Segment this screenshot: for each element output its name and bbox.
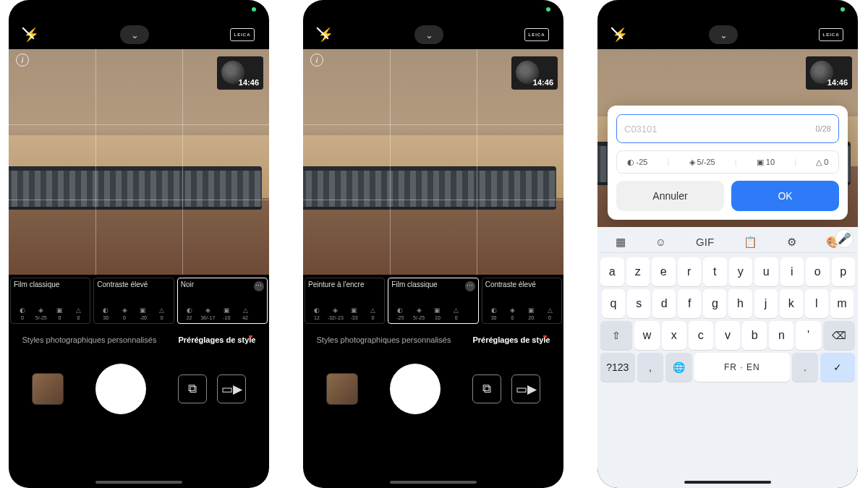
video-mode-button[interactable]: ▭▶ — [217, 374, 246, 403]
leica-badge-icon[interactable]: LEICA — [819, 28, 843, 41]
spacebar[interactable]: FR · EN — [694, 353, 790, 382]
preset-more-icon[interactable]: ⋯ — [254, 281, 264, 291]
keyboard-toolbar-button[interactable]: ⚙ — [787, 236, 796, 249]
key-s[interactable]: s — [627, 289, 650, 318]
preset-title: Noir — [181, 281, 254, 288]
tab-style-presets[interactable]: Préréglages de style — [178, 335, 255, 344]
collapse-toggle[interactable]: ⌄ — [120, 25, 149, 44]
preset-name-input[interactable]: C03101 0/28 — [616, 114, 839, 143]
preset-title: Peinture à l'encre — [308, 281, 381, 288]
key-j[interactable]: j — [754, 289, 778, 318]
leica-badge-icon[interactable]: LEICA — [230, 28, 255, 41]
key-r[interactable]: r — [678, 257, 702, 286]
shutter-row: ⧉ ▭▶ — [303, 353, 563, 425]
camera-viewfinder[interactable]: 14:46 i — [303, 49, 563, 275]
period-key[interactable]: . — [792, 353, 819, 382]
camera-viewfinder[interactable]: 14:46 i — [9, 49, 269, 275]
preset-title: Contraste élevé — [97, 281, 170, 288]
preset-title: Film classique — [14, 281, 87, 288]
key-v[interactable]: v — [715, 321, 740, 350]
key-u[interactable]: u — [754, 257, 778, 286]
lens-switch-button[interactable]: ⧉ — [178, 374, 207, 403]
key-'[interactable]: ' — [796, 321, 820, 350]
key-e[interactable]: e — [652, 257, 676, 286]
leica-badge-icon[interactable]: LEICA — [524, 28, 549, 41]
gallery-thumbnail[interactable] — [326, 373, 358, 405]
preset-more-icon[interactable]: ⋯ — [465, 281, 475, 291]
flash-off-icon[interactable]: ⚡ — [612, 27, 628, 43]
key-o[interactable]: o — [806, 257, 830, 286]
comma-key[interactable]: , — [637, 353, 664, 382]
keyboard-toolbar-button[interactable]: GIF — [696, 236, 714, 248]
preset-card[interactable]: Film classique◐0◈5/-25▣0△0 — [10, 278, 90, 324]
key-y[interactable]: y — [729, 257, 753, 286]
preset-card[interactable]: Peinture à l'encre◐12◈-32/-23▣-33△0 — [305, 278, 385, 324]
key-i[interactable]: i — [780, 257, 804, 286]
info-icon[interactable]: i — [310, 53, 323, 67]
flash-off-icon[interactable]: ⚡ — [23, 27, 39, 43]
key-b[interactable]: b — [742, 321, 767, 350]
preset-name-placeholder: C03101 — [624, 124, 658, 134]
keyboard-toolbar-button[interactable]: ☺ — [655, 236, 666, 248]
tab-custom-styles[interactable]: Styles photographiques personnalisés — [317, 335, 451, 344]
privacy-dot-icon — [841, 7, 845, 12]
symbols-key[interactable]: ?123 — [600, 353, 635, 382]
collapse-toggle[interactable]: ⌄ — [414, 25, 443, 44]
home-indicator[interactable] — [684, 481, 771, 484]
shutter-button[interactable] — [390, 364, 441, 414]
keyboard-row-3: ⇧wxcvbn'⌫ — [600, 321, 855, 350]
ok-button[interactable]: OK — [731, 181, 839, 211]
preset-params-summary: ◐ -25|◈ 5/-25|▣ 10|△ 0 — [616, 150, 839, 174]
keyboard-toolbar-button[interactable]: ▦ — [616, 236, 626, 249]
key-t[interactable]: t — [703, 257, 727, 286]
style-preset-strip: Film classique◐0◈5/-25▣0△0Contraste élev… — [9, 275, 269, 327]
phone-screenshot-3: ⚡ ⌄ LEICA 14:46 C03101 0/28 ◐ -25|◈ 5/-2… — [597, 0, 858, 488]
home-indicator[interactable] — [95, 481, 182, 484]
keyboard-row-4: ?123,🌐FR · EN.✓ — [600, 353, 855, 382]
key-p[interactable]: p — [832, 257, 856, 286]
preset-card[interactable]: Contraste élevé◐30◈0▣20△0 — [482, 278, 562, 324]
key-d[interactable]: d — [652, 289, 676, 318]
key-k[interactable]: k — [780, 289, 803, 318]
key-n[interactable]: n — [769, 321, 793, 350]
camera-viewfinder: 14:46 C03101 0/28 ◐ -25|◈ 5/-25|▣ 10|△ 0… — [597, 49, 858, 227]
home-indicator[interactable] — [390, 481, 477, 484]
key-g[interactable]: g — [703, 289, 726, 318]
preset-card[interactable]: Film classique◐-25◈5/-25▣10△0⋯ — [388, 278, 478, 324]
keyboard-row-1: azertyuiop — [600, 257, 855, 286]
gallery-thumbnail[interactable] — [32, 373, 64, 405]
char-counter: 0/28 — [816, 124, 831, 133]
preset-card[interactable]: Noir◐22◈36/-17▣-10△42⋯ — [177, 278, 268, 324]
save-preset-dialog: C03101 0/28 ◐ -25|◈ 5/-25|▣ 10|△ 0 Annul… — [608, 106, 848, 220]
key-h[interactable]: h — [728, 289, 752, 318]
shift-key[interactable]: ⇧ — [600, 321, 632, 350]
key-q[interactable]: q — [602, 289, 625, 318]
globe-key[interactable]: 🌐 — [665, 353, 692, 382]
info-icon[interactable]: i — [16, 53, 29, 67]
shutter-button[interactable] — [95, 364, 146, 414]
preset-card[interactable]: Contraste élevé◐30◈0▣-20△0 — [93, 278, 174, 324]
mode-tabs: Styles photographiques personnalisés Pré… — [303, 327, 563, 353]
lens-switch-button[interactable]: ⧉ — [472, 374, 501, 403]
tab-custom-styles[interactable]: Styles photographiques personnalisés — [22, 335, 157, 344]
key-f[interactable]: f — [678, 289, 701, 318]
backspace-key[interactable]: ⌫ — [823, 321, 855, 350]
flash-off-icon[interactable]: ⚡ — [318, 27, 333, 43]
camera-top-controls: ⚡ ⌄ LEICA — [9, 20, 269, 49]
collapse-toggle[interactable]: ⌄ — [709, 25, 738, 44]
key-m[interactable]: m — [830, 289, 854, 318]
keyboard-toolbar-button[interactable]: 📋 — [744, 236, 757, 249]
key-c[interactable]: c — [689, 321, 713, 350]
cancel-button[interactable]: Annuler — [616, 181, 724, 211]
key-a[interactable]: a — [600, 257, 624, 286]
key-w[interactable]: w — [634, 321, 659, 350]
enter-key[interactable]: ✓ — [820, 353, 855, 382]
on-screen-keyboard: ▦☺GIF📋⚙🎨🎤 azertyuiop qsdfghjklm ⇧wxcvbn'… — [597, 227, 858, 488]
key-l[interactable]: l — [805, 289, 828, 318]
mic-button[interactable]: 🎤 — [835, 229, 854, 248]
key-z[interactable]: z — [626, 257, 650, 286]
key-x[interactable]: x — [662, 321, 686, 350]
video-mode-button[interactable]: ▭▶ — [511, 374, 540, 403]
phone-screenshot-2: ⚡ ⌄ LEICA 14:46 i Peinture à l'encre◐12◈… — [303, 0, 563, 488]
tab-style-presets[interactable]: Préréglages de style — [472, 335, 550, 344]
